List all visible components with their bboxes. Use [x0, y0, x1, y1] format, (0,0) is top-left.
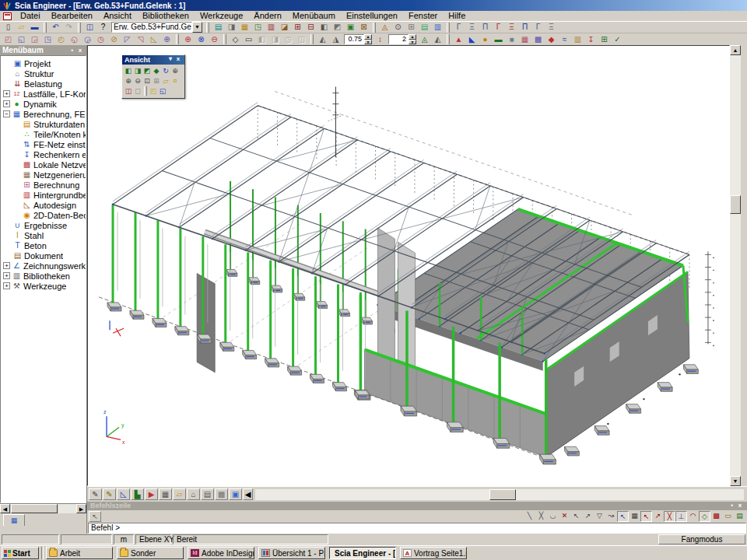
cursor-snap-icon[interactable]: ↖: [617, 511, 629, 522]
tree-item[interactable]: ↧Rechenkern einstellen: [2, 149, 86, 159]
label-icon[interactable]: ▶: [145, 488, 158, 500]
snap-midpoint-icon[interactable]: ↗: [652, 511, 664, 522]
perspective-icon[interactable]: ◷: [94, 34, 107, 45]
accelerate-icon[interactable]: ◬: [378, 22, 391, 33]
toolbar-grip[interactable]: [310, 34, 314, 44]
select-rect-icon[interactable]: ▭: [242, 34, 255, 45]
combination-icon[interactable]: ⊞: [598, 34, 611, 45]
printer-icon[interactable]: ◨: [225, 22, 238, 33]
point-flag-icon[interactable]: ▽: [594, 511, 605, 522]
snap-raster-icon[interactable]: ▩: [710, 511, 722, 522]
snap-tangent-icon[interactable]: ◠: [687, 511, 699, 522]
new-document-icon[interactable]: ▯: [2, 22, 15, 33]
member-1d-icon[interactable]: Γ: [452, 22, 465, 33]
to-front-icon[interactable]: ◭: [316, 34, 329, 45]
tree-item[interactable]: ⇅FE-Netz einstellen: [2, 139, 86, 149]
doc-view-icon[interactable]: ▥: [431, 22, 444, 33]
beam-icon[interactable]: ▬: [492, 34, 505, 45]
collapse-box-icon[interactable]: −: [3, 110, 10, 117]
scroll-thumb[interactable]: [11, 504, 58, 513]
tree-item[interactable]: ⌂Struktur: [2, 68, 86, 79]
grid-icon[interactable]: ▩: [215, 488, 228, 500]
rotate-icon[interactable]: ◴: [54, 34, 68, 45]
grid-snap-icon[interactable]: ▦: [629, 511, 640, 522]
zoom-all-icon[interactable]: ⊞: [152, 76, 161, 86]
snap-plane-icon[interactable]: ▤: [734, 511, 745, 522]
hidden-line-icon[interactable]: ◸: [121, 34, 134, 45]
folder-icon[interactable]: ▱: [173, 488, 186, 500]
spinner-down-icon[interactable]: ▼: [364, 40, 372, 45]
menu-item-bearbeiten[interactable]: Bearbeiten: [46, 11, 98, 21]
measure-icon[interactable]: ◺: [117, 488, 130, 500]
draw-icon[interactable]: ✎: [89, 488, 102, 500]
node-add-icon[interactable]: ⊕: [181, 34, 195, 45]
gallery-icon[interactable]: ▦: [238, 22, 251, 33]
menu-item-fenster[interactable]: Fenster: [403, 11, 443, 21]
scroll-thumb[interactable]: [489, 489, 516, 500]
project-combo-value[interactable]: Erw. Geb.53+Fund.Ge: [111, 22, 192, 33]
clip-box-icon[interactable]: ◫: [124, 86, 133, 96]
zoom-view-icon[interactable]: ◶: [81, 34, 94, 45]
annotate-icon[interactable]: ✎: [103, 488, 116, 500]
zoom-in-icon[interactable]: ⊕: [124, 76, 133, 86]
project-settings-icon[interactable]: ▤: [212, 22, 225, 33]
profile-icon[interactable]: Π: [479, 22, 492, 33]
solid-view-icon[interactable]: ◹: [134, 34, 147, 45]
export-icon[interactable]: ◳: [251, 22, 265, 33]
tree-item[interactable]: +▥Bibliotheken: [2, 271, 86, 281]
print-data-icon[interactable]: ◧: [317, 22, 331, 33]
menu-item-ansicht[interactable]: Ansicht: [98, 11, 137, 21]
layers-icon[interactable]: ▤: [418, 22, 431, 33]
view-y-icon[interactable]: ◨: [133, 66, 142, 76]
taskbar-button-arbeit[interactable]: Arbeit: [46, 547, 113, 559]
line-icon[interactable]: ╲: [524, 511, 535, 522]
zoom-dynamic-icon[interactable]: ⊕: [170, 66, 180, 76]
expand-box-icon[interactable]: +: [3, 282, 10, 289]
expand-box-icon[interactable]: +: [3, 90, 10, 97]
taskbar-button-adobe-indesign-c-[interactable]: IdAdobe InDesign C...: [188, 547, 254, 559]
menu-item-datei[interactable]: Datei: [15, 11, 46, 21]
tree-item[interactable]: ▤Dokument: [2, 250, 86, 261]
close-icon[interactable]: x: [174, 55, 182, 63]
sidebar-hscrollbar[interactable]: ◀ ▶: [0, 503, 86, 513]
move-icon[interactable]: ◧: [255, 34, 268, 45]
diagram-icon[interactable]: ▙: [131, 488, 144, 500]
section-icon[interactable]: ◭: [431, 34, 444, 45]
tree-item[interactable]: ⇊Belastung: [2, 79, 86, 89]
copy-icon[interactable]: ◨: [268, 34, 282, 45]
image-icon[interactable]: ▣: [344, 22, 357, 33]
plate-icon[interactable]: ■: [505, 34, 518, 45]
select-poly-icon[interactable]: ◇: [229, 34, 242, 45]
tree-item[interactable]: ▥Hintergrundberechnung: [2, 190, 86, 200]
refine-icon[interactable]: ▩: [531, 34, 545, 45]
hinge-icon[interactable]: ●: [479, 34, 492, 45]
taskbar-button-sonder[interactable]: Sonder: [117, 547, 184, 559]
scroll-right-icon[interactable]: ▶: [76, 504, 86, 513]
undo-icon[interactable]: ↶: [49, 22, 62, 33]
collapse-toolbar-icon[interactable]: ◀: [243, 488, 253, 500]
canvas-hscrollbar[interactable]: [255, 489, 744, 500]
befehlszeile-caption[interactable]: Befehlszeile ▪ x: [87, 502, 747, 510]
home-view-icon[interactable]: ⌂: [187, 488, 200, 500]
view-side-icon[interactable]: ◲: [28, 34, 41, 45]
light-view-icon[interactable]: ⊕: [160, 34, 174, 45]
view-axo-icon[interactable]: ◳: [41, 34, 54, 45]
zoom-window-icon[interactable]: ⊡: [142, 76, 152, 86]
calculator-icon[interactable]: ⊠: [357, 22, 370, 33]
canvas-vscrollbar[interactable]: ▲ ▼: [730, 45, 741, 486]
load-case-icon[interactable]: ▲: [452, 34, 465, 45]
menubaum-tab[interactable]: ▦: [3, 514, 25, 526]
rotate-sel-icon[interactable]: ◷: [282, 34, 295, 45]
spinner-down-icon[interactable]: ▼: [409, 40, 416, 45]
member-2d-icon[interactable]: Ξ: [465, 22, 479, 33]
count-spinner-value[interactable]: 2: [388, 34, 409, 44]
member-edit-icon[interactable]: Ξ: [505, 22, 518, 33]
wire-view-icon[interactable]: ⊘: [107, 34, 121, 45]
menu-item--ndern[interactable]: Ändern: [248, 11, 286, 21]
check-icon[interactable]: ✓: [611, 34, 624, 45]
snap-node-icon[interactable]: ◇: [699, 511, 710, 522]
ansicht-panel[interactable]: Ansicht ▾ x ◧◨◩◆↻⊕ ⊕⊖⊡⊞▱¤ ◫◻◰◱: [121, 54, 185, 99]
node-link-icon[interactable]: ⊗: [195, 34, 208, 45]
clip-off-icon[interactable]: ◻: [133, 86, 142, 96]
tree-item[interactable]: +12Lastfälle, LF-Kombination: [2, 89, 86, 99]
